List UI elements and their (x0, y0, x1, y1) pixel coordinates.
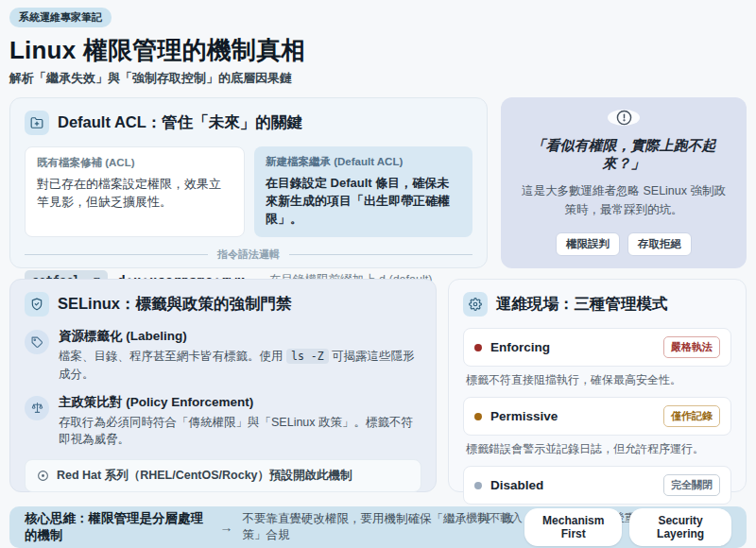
scales-icon (25, 396, 49, 420)
redhat-note-text: Red Hat 系列（RHEL/CentOS/Rocky）預設開啟此機制 (57, 468, 352, 484)
mode-name: Permissive (490, 409, 558, 423)
mechanism-first-button[interactable]: Mechanism First (524, 508, 622, 546)
selinux-item-labeling: 資源標籤化 (Labeling) 檔案、目錄、程序甚至網卡皆有標籤。使用 ls … (25, 328, 421, 384)
mode-left: Permissive (474, 409, 558, 423)
acl-inherit-box: 新建檔案繼承 (Default ACL) 在目錄設定 Default 條目，確保… (254, 146, 472, 237)
modes-card: 運維現場：三種管理模式 Enforcing 嚴格執法 標籤不符直接阻擋執行，確保… (448, 279, 747, 492)
mode-left: Enforcing (474, 340, 550, 354)
acl-inherit-text: 在目錄設定 Default 條目，確保未來新生成的項目「出生即帶正確權限」。 (266, 175, 461, 229)
acl-existing-text: 對已存在的檔案設定權限，效果立竿見影，但缺乏擴展性。 (37, 176, 232, 212)
selinux-item-body: 主政策比對 (Policy Enforcement) 存取行為必須同時符合「傳統… (59, 394, 421, 450)
folder-plus-icon (25, 111, 49, 135)
mode-row-disabled: Disabled 完全關閉 (463, 466, 731, 505)
alert-circle-icon (608, 110, 640, 126)
mode-desc-permissive: 標籤錯誤會警示並記錄日誌，但允許程序運行。 (466, 441, 729, 457)
selinux-item-title: 資源標籤化 (Labeling) (59, 328, 421, 345)
page-title: Linux 權限管理的機制真相 (9, 34, 747, 67)
disabled-dot (474, 482, 482, 489)
divider-label: 指令語法邏輯 (217, 248, 280, 262)
acl-card: Default ACL：管住「未來」的關鍵 既有檔案修補 (ACL) 對已存在的… (9, 97, 488, 268)
enforcing-badge: 嚴格執法 (663, 336, 720, 358)
tag-icon (25, 330, 49, 354)
selinux-item-policy: 主政策比對 (Policy Enforcement) 存取行為必須同時符合「傳統… (25, 394, 421, 450)
redhat-note: Red Hat 系列（RHEL/CentOS/Rocky）預設開啟此機制 (25, 459, 421, 492)
footer-pills: Mechanism First Security Layering (524, 508, 731, 546)
quote-card: 「看似有權限，實際上跑不起來？」 這是大多數運維者忽略 SELinux 強制政策… (501, 97, 747, 268)
gear-icon (463, 292, 488, 317)
quote-desc: 這是大多數運維者忽略 SELinux 強制政策時，最常踩到的坑。 (516, 182, 731, 219)
row-bottom: SELinux：標籤與政策的強制門禁 資源標籤化 (Labeling) 檔案、目… (9, 279, 747, 492)
acl-existing-box: 既有檔案修補 (ACL) 對已存在的檔案設定權限，效果立竿見影，但缺乏擴展性。 (25, 146, 245, 237)
row-top: Default ACL：管住「未來」的關鍵 既有檔案修補 (ACL) 對已存在的… (9, 97, 747, 268)
divider-line-right (289, 254, 472, 255)
selinux-item-body: 資源標籤化 (Labeling) 檔案、目錄、程序甚至網卡皆有標籤。使用 ls … (59, 328, 421, 384)
quote-tags: 權限誤判 存取拒絕 (556, 232, 692, 256)
mode-row-permissive: Permissive 僅作記錄 (463, 397, 731, 436)
shield-check-icon (25, 292, 49, 317)
command-divider: 指令語法邏輯 (25, 248, 472, 262)
enforcing-dot (474, 344, 482, 351)
ls-z-code: ls -Z (286, 349, 329, 364)
disabled-badge: 完全關閉 (663, 474, 720, 496)
selinux-item-title: 主政策比對 (Policy Enforcement) (59, 394, 421, 411)
header: 系統運維專家筆記 Linux 權限管理的機制真相 解析「繼承失效」與「強制存取控… (9, 8, 747, 87)
selinux-card: SELinux：標籤與政策的強制門禁 資源標籤化 (Labeling) 檔案、目… (9, 279, 437, 492)
acl-card-title: Default ACL：管住「未來」的關鍵 (58, 112, 302, 133)
acl-card-header: Default ACL：管住「未來」的關鍵 (25, 111, 472, 135)
footer-lead: 核心思維：權限管理是分層處理的機制 (25, 510, 210, 544)
permissive-dot (474, 413, 482, 420)
tag-permission-misjudge[interactable]: 權限誤判 (556, 232, 620, 256)
selinux-item-desc: 存取行為必須同時符合「傳統權限」與「SELinux 政策」。標籤不符即視為威脅。 (59, 414, 421, 450)
selinux-item-desc: 檔案、目錄、程序甚至網卡皆有標籤。使用 ls -Z 可揭露這些隱形成分。 (59, 348, 421, 384)
circle-dot-icon (37, 470, 49, 482)
arrow-right-icon: → (219, 520, 232, 535)
footer-bar: 核心思維：權限管理是分層處理的機制 → 不要靠直覺硬改權限，要用機制確保「繼承」… (9, 506, 747, 548)
selinux-card-title: SELinux：標籤與政策的強制門禁 (58, 294, 292, 315)
topic-badge: 系統運維專家筆記 (9, 8, 112, 27)
acl-inherit-label: 新建檔案繼承 (Default ACL) (266, 155, 461, 169)
divider-line-left (25, 254, 208, 255)
page-subtitle: 解析「繼承失效」與「強制存取控制」的底層因果鏈 (9, 70, 747, 87)
mode-left: Disabled (474, 478, 543, 492)
permissive-badge: 僅作記錄 (663, 405, 720, 427)
modes-card-title: 運維現場：三種管理模式 (496, 294, 668, 315)
mode-desc-enforcing: 標籤不符直接阻擋執行，確保最高安全性。 (466, 372, 729, 388)
mode-name: Disabled (490, 478, 543, 492)
desc-pre: 檔案、目錄、程序甚至網卡皆有標籤。使用 (59, 350, 284, 363)
footer-text: 不要靠直覺硬改權限，要用機制確保「繼承」與「政策」合規 (242, 511, 515, 543)
security-layering-button[interactable]: Security Layering (629, 508, 731, 546)
selinux-card-header: SELinux：標籤與政策的強制門禁 (25, 292, 421, 317)
page: 系統運維專家筆記 Linux 權限管理的機制真相 解析「繼承失效」與「強制存取控… (0, 0, 756, 548)
quote-text: 「看似有權限，實際上跑不起來？」 (516, 137, 731, 173)
mode-row-enforcing: Enforcing 嚴格執法 (463, 328, 731, 367)
acl-existing-label: 既有檔案修補 (ACL) (37, 156, 232, 170)
modes-card-header: 運維現場：三種管理模式 (463, 292, 731, 317)
tag-access-denied[interactable]: 存取拒絕 (627, 232, 692, 256)
mode-name: Enforcing (490, 340, 550, 354)
acl-boxes: 既有檔案修補 (ACL) 對已存在的檔案設定權限，效果立竿見影，但缺乏擴展性。 … (25, 146, 472, 237)
